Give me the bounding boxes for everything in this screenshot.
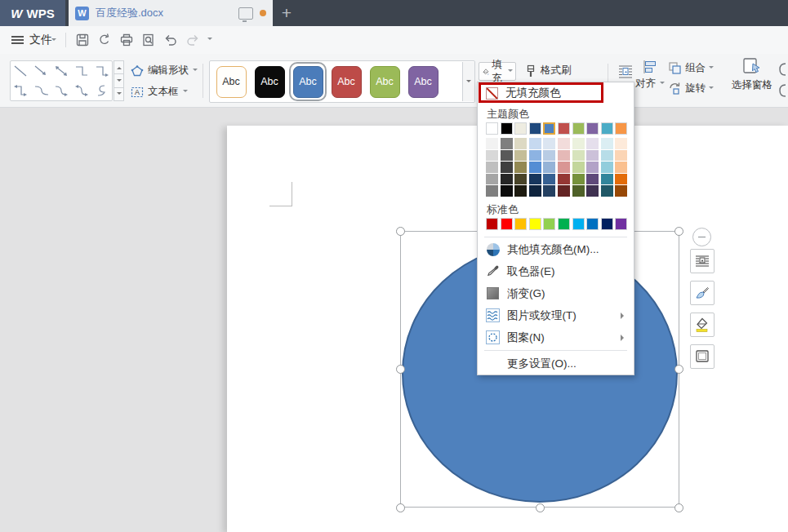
theme-variant-swatch-r4-c8[interactable] [586,174,599,185]
theme-variant-swatch-r5-c5[interactable] [543,185,555,197]
curved-connector-icon[interactable] [32,83,50,98]
theme-variant-swatch-r1-c5[interactable] [543,138,555,149]
fill-color-button[interactable] [690,313,715,337]
text-box-button[interactable]: A 文本框 [131,85,188,99]
elbow-arrow-connector-icon[interactable] [93,64,111,78]
arrow-shape-icon[interactable] [32,64,50,78]
theme-color-swatch-1[interactable] [486,122,498,135]
selection-handle-top-left[interactable] [396,227,405,236]
theme-variant-swatch-r2-c9[interactable] [601,150,613,162]
theme-variant-swatch-r3-c4[interactable] [529,162,541,173]
wps-app-button[interactable]: W WPS [0,0,65,26]
shape-style-option-6[interactable]: Abc [404,62,442,101]
theme-variant-swatch-r5-c8[interactable] [586,185,599,197]
theme-variant-swatch-r3-c8[interactable] [586,162,599,173]
theme-variant-swatch-r5-c9[interactable] [601,185,613,197]
selection-handle-bottom-middle[interactable] [536,503,545,512]
gallery-expand-button[interactable] [114,88,124,101]
elbow-double-arrow-connector-icon[interactable] [11,83,29,98]
wrap-style-icon[interactable] [776,83,788,98]
fill-menu-item-4[interactable]: 图片或纹理(T) [478,304,634,326]
shape-gallery[interactable] [10,60,113,101]
selection-handle-middle-left[interactable] [396,365,405,374]
theme-variant-swatch-r2-c3[interactable] [514,150,527,162]
theme-variant-swatch-r3-c3[interactable] [514,162,527,173]
theme-variant-swatch-r4-c6[interactable] [558,174,570,185]
theme-variant-swatch-r1-c10[interactable] [615,138,627,149]
save-icon[interactable] [75,33,90,47]
theme-variant-swatch-r5-c7[interactable] [572,185,585,197]
selection-handle-top-right[interactable] [674,227,683,236]
theme-color-swatch-7[interactable] [572,122,585,135]
theme-variant-swatch-r3-c5[interactable] [543,162,555,173]
fill-menu-item-6[interactable]: 更多设置(O)... [478,352,634,375]
style-brush-button[interactable] [690,281,715,305]
theme-variant-swatch-r1-c6[interactable] [558,138,570,149]
fill-menu-item-1[interactable]: 其他填充颜色(M)... [478,238,634,260]
theme-variant-swatch-r3-c9[interactable] [601,162,613,173]
redo-icon[interactable] [185,33,200,47]
standard-color-swatch-7[interactable] [572,218,585,230]
fill-menu-item-5[interactable]: 图案(N) [478,326,634,348]
theme-variant-swatch-r1-c7[interactable] [572,138,585,149]
standard-color-swatch-9[interactable] [601,218,613,230]
undo-icon[interactable] [163,33,178,47]
group-button[interactable]: 组合 [668,61,714,75]
theme-variant-swatch-r2-c6[interactable] [558,150,570,162]
theme-variant-swatch-r1-c8[interactable] [586,138,599,149]
document-canvas[interactable] [0,108,788,532]
file-menu[interactable]: 文件 [29,33,52,47]
theme-color-swatch-10[interactable] [615,122,627,135]
theme-variant-swatch-r3-c2[interactable] [501,162,513,173]
align-button[interactable]: 对齐 [634,60,666,91]
theme-variant-swatch-r3-c7[interactable] [572,162,585,173]
selection-handle-bottom-left[interactable] [396,503,405,512]
theme-color-swatch-2[interactable] [501,122,513,135]
document-tab[interactable]: W 百度经验.docx [69,0,273,26]
theme-variant-swatch-r2-c5[interactable] [543,150,555,162]
theme-variant-swatch-r1-c3[interactable] [514,138,527,149]
theme-variant-swatch-r5-c4[interactable] [529,185,541,197]
standard-color-swatch-8[interactable] [586,218,599,230]
theme-variant-swatch-r3-c6[interactable] [558,162,570,173]
shape-style-option-4[interactable]: Abc [327,62,365,101]
theme-variant-swatch-r4-c7[interactable] [572,174,585,185]
theme-variant-swatch-r1-c4[interactable] [529,138,541,149]
theme-variant-swatch-r1-c2[interactable] [501,138,513,149]
freeform-curve-icon[interactable] [93,83,111,98]
no-fill-menu-item[interactable]: 无填充颜色 [478,83,634,103]
theme-variant-swatch-r5-c1[interactable] [486,185,498,197]
more-actions-caret-icon[interactable] [207,38,212,42]
shape-style-option-5[interactable]: Abc [366,62,403,101]
layout-options-button[interactable] [690,249,715,273]
fill-button[interactable]: 填充 [479,62,516,81]
curved-double-arrow-connector-icon[interactable] [73,83,91,98]
format-painter-button[interactable]: 格式刷 [524,64,572,78]
theme-variant-swatch-r4-c3[interactable] [514,174,527,185]
standard-color-swatch-5[interactable] [543,218,555,230]
standard-color-swatch-1[interactable] [486,218,498,230]
collapse-button[interactable] [692,228,711,246]
theme-color-swatch-6[interactable] [558,122,570,135]
theme-variant-swatch-r2-c2[interactable] [501,150,513,162]
shape-style-option-1[interactable]: Abc [212,62,250,101]
theme-variant-swatch-r1-c9[interactable] [601,138,613,149]
theme-color-swatch-8[interactable] [586,122,599,135]
shape-style-option-3[interactable]: Abc [289,62,327,101]
theme-variant-swatch-r2-c8[interactable] [586,150,599,162]
theme-color-swatch-4[interactable] [529,122,541,135]
theme-variant-swatch-r3-c10[interactable] [615,162,627,173]
theme-variant-swatch-r4-c1[interactable] [486,174,498,185]
standard-color-swatch-6[interactable] [558,218,570,230]
theme-variant-swatch-r4-c10[interactable] [615,174,627,185]
theme-variant-swatch-r4-c4[interactable] [529,174,541,185]
theme-variant-swatch-r2-c4[interactable] [529,150,541,162]
theme-color-swatch-5[interactable] [543,122,555,135]
print-preview-icon[interactable] [141,33,156,47]
selection-pane-button[interactable]: 选择窗格 [729,57,775,92]
theme-variant-swatch-r5-c6[interactable] [558,185,570,197]
fill-menu-item-3[interactable]: 渐变(G) [478,282,634,304]
text-wrap-icon[interactable] [617,64,634,80]
standard-color-swatch-4[interactable] [529,218,541,230]
theme-variant-swatch-r4-c5[interactable] [543,174,555,185]
